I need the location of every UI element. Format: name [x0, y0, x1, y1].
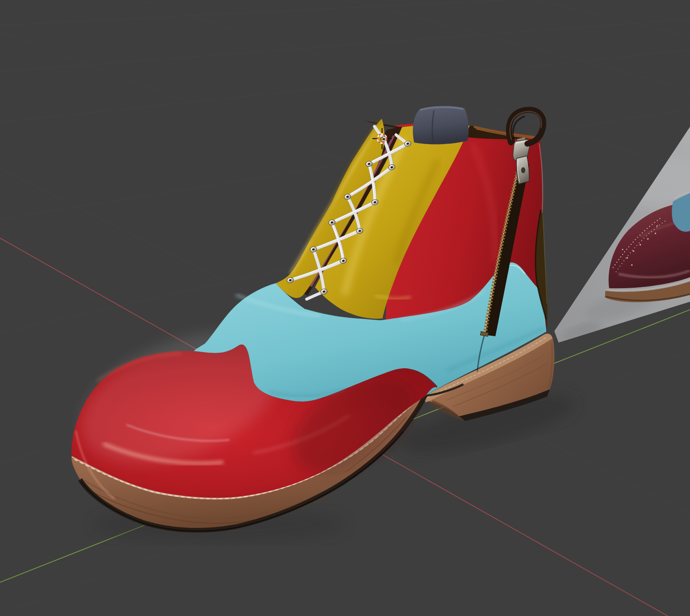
viewport-canvas[interactable] [0, 0, 690, 616]
blender-viewport[interactable] [0, 0, 690, 616]
boot-tab-navy [413, 106, 468, 145]
